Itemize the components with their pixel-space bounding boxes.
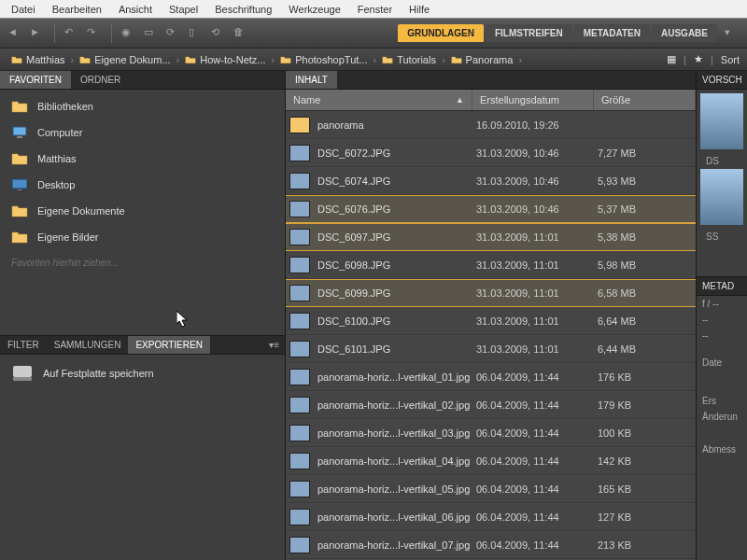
file-date: 31.03.2009, 10:46 [476,203,598,215]
file-row[interactable]: panorama-horiz...l-vertikal_01.jpg06.04.… [286,363,696,391]
forward-icon[interactable]: ► [30,26,45,41]
menu-datei[interactable]: Datei [4,2,43,17]
tab-favoriten[interactable]: FAVORITEN [0,71,71,89]
thumbnail [289,481,310,497]
menu-bearbeiten[interactable]: Bearbeiten [45,2,109,17]
thumbnail [289,369,310,385]
file-size: 5,37 MB [598,203,692,215]
meta-fstop: f / -- [697,296,747,312]
file-row[interactable]: panorama-horiz...l-vertikal_05.jpg06.04.… [286,475,696,503]
tab-filter[interactable]: FILTER [0,336,47,354]
workspace-tab-grundlagen[interactable]: GRUNDLAGEN [398,24,484,42]
chevron-right-icon[interactable]: › [71,54,75,65]
preview-thumbnail[interactable] [700,169,743,225]
favorite-desktop[interactable]: Desktop [0,172,285,198]
file-row[interactable]: DSC_6101.JPG31.03.2009, 11:016,44 MB [286,335,696,363]
file-row[interactable]: DSC_6076.JPG31.03.2009, 10:465,37 MB [286,195,696,223]
svg-rect-3 [18,189,21,190]
workspace-tab-metadaten[interactable]: METADATEN [574,24,650,42]
favorite-computer[interactable]: Computer [0,119,285,146]
thumbnail [289,201,310,217]
trash-icon[interactable]: 🗑 [233,26,248,41]
favorite-matthias[interactable]: Matthias [0,146,285,172]
favorite-eigene-bilder[interactable]: Eigene Bilder [0,224,285,250]
thumbnail [289,145,310,161]
sort-label[interactable]: Sort [721,54,740,65]
file-row[interactable]: panorama-horiz...l-vertikal_03.jpg06.04.… [286,419,696,447]
meta-label: Ers [697,393,747,409]
file-size: 6,58 MB [598,287,692,299]
file-date: 06.04.2009, 11:44 [476,371,598,383]
chevron-right-icon[interactable]: › [518,54,522,65]
file-row[interactable]: DSC_6098.JPG31.03.2009, 11:015,98 MB [286,251,696,279]
rotate-icon[interactable]: ⟲ [211,26,226,41]
folder-icon [289,117,310,133]
file-row[interactable]: panorama-horiz...l-vertikal_07.jpg06.04.… [286,531,696,559]
document-icon[interactable]: ▯ [189,26,204,41]
breadcrumb-item[interactable]: PhotoshopTut... [276,54,371,65]
column-size[interactable]: Größe [594,90,696,110]
file-size: 179 KB [598,399,692,411]
file-row[interactable]: panorama-horiz...l-vertikal_02.jpg06.04.… [286,391,696,419]
file-row[interactable]: panorama-horiz...l-vertikal_04.jpg06.04.… [286,447,696,475]
svg-rect-5 [13,377,32,381]
file-name: DSC_6101.JPG [317,343,476,355]
breadcrumb-item[interactable]: Panorama [447,54,517,65]
folder-row[interactable]: panorama16.09.2010, 19:26 [286,111,696,139]
column-headers: Name ▲ Erstellungsdatum Größe [286,90,696,111]
grid-view-icon[interactable]: ▦ [667,53,676,65]
camera-icon[interactable]: ◉ [121,26,136,41]
dropdown-caret-icon[interactable]: ▾ [725,26,740,41]
star-filter-icon[interactable]: ★ [694,53,703,65]
file-row[interactable]: panorama-horiz...l-vertikal_06.jpg06.04.… [286,503,696,531]
undo-icon[interactable]: ↶ [64,26,79,41]
meta-value: -- [697,312,747,328]
preview-area: DS SS [697,90,747,276]
tab-exportieren[interactable]: EXPORTIEREN [128,336,210,354]
tab-inhalt[interactable]: INHALT [286,71,337,89]
column-name[interactable]: Name ▲ [286,90,472,110]
preview-thumbnail[interactable] [700,93,743,149]
file-row[interactable]: DSC_6099.JPG31.03.2009, 11:016,58 MB [286,279,696,307]
panel-menu-icon[interactable]: ▾≡ [269,340,279,350]
file-row[interactable]: DSC_6072.JPG31.03.2009, 10:467,27 MB [286,139,696,167]
menu-fenster[interactable]: Fenster [350,2,400,17]
thumbnail [289,425,310,441]
chevron-right-icon[interactable]: › [272,54,275,65]
breadcrumb-item[interactable]: Tutorials [378,54,440,65]
tab-ordner[interactable]: ORDNER [71,71,130,89]
menu-ansicht[interactable]: Ansicht [111,2,160,17]
favorite-eigene-dokumente[interactable]: Eigene Dokumente [0,198,285,224]
thumbnail [289,397,310,413]
chevron-right-icon[interactable]: › [373,54,376,65]
thumbnail [289,341,310,357]
window-icon[interactable]: ▭ [144,26,159,41]
breadcrumb-item[interactable]: Eigene Dokum... [76,54,174,65]
breadcrumb-item[interactable]: How-to-Netz... [181,54,269,65]
back-icon[interactable]: ◄ [7,26,22,41]
workspace-tab-filmstreifen[interactable]: FILMSTREIFEN [486,24,572,42]
file-date: 31.03.2009, 11:01 [476,343,598,355]
tab-sammlungen[interactable]: SAMMLUNGEN [47,336,129,354]
file-date: 31.03.2009, 11:01 [476,259,598,271]
chevron-right-icon[interactable]: › [176,54,180,65]
menu-hilfe[interactable]: Hilfe [402,2,437,17]
column-date[interactable]: Erstellungsdatum [472,90,594,110]
file-name: DSC_6100.JPG [317,315,476,327]
file-row[interactable]: DSC_6097.JPG31.03.2009, 11:015,38 MB [286,223,696,251]
file-row[interactable]: DSC_6074.JPG31.03.2009, 10:465,93 MB [286,167,696,195]
export-to-disk[interactable]: Auf Festplatte speichern [0,355,285,392]
folder-icon [185,54,196,65]
favorite-bibliotheken[interactable]: Bibliotheken [0,93,285,119]
menu-beschriftung[interactable]: Beschriftung [207,2,279,17]
workspace-tab-ausgabe[interactable]: AUSGABE [652,24,717,42]
file-row[interactable]: DSC_6100.JPG31.03.2009, 11:016,64 MB [286,307,696,335]
thumbnail [289,537,310,553]
menu-stapel[interactable]: Stapel [162,2,205,17]
breadcrumb-item[interactable]: Matthias [7,54,69,65]
chevron-right-icon[interactable]: › [442,54,445,65]
menu-werkzeuge[interactable]: Werkzeuge [281,2,347,17]
redo-icon[interactable]: ↷ [87,26,102,41]
file-name: DSC_6072.JPG [317,147,476,159]
refresh-icon[interactable]: ⟳ [166,26,181,41]
